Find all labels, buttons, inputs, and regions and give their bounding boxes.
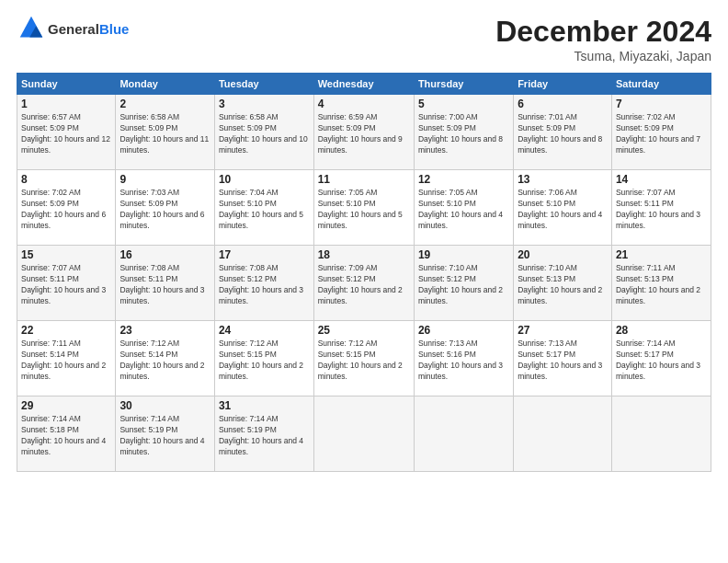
weekday-header-friday: Friday <box>514 74 612 95</box>
day-info: Sunrise: 6:58 AMSunset: 5:09 PMDaylight:… <box>119 112 210 156</box>
logo-icon <box>18 15 44 40</box>
calendar-cell <box>414 396 513 472</box>
calendar-cell: 30Sunrise: 7:14 AMSunset: 5:19 PMDayligh… <box>116 396 215 472</box>
day-number: 20 <box>518 248 608 261</box>
calendar-cell: 11Sunrise: 7:05 AMSunset: 5:10 PMDayligh… <box>313 170 414 246</box>
calendar-cell: 31Sunrise: 7:14 AMSunset: 5:19 PMDayligh… <box>214 396 313 472</box>
weekday-header-thursday: Thursday <box>414 74 513 95</box>
day-info: Sunrise: 7:07 AMSunset: 5:11 PMDaylight:… <box>616 188 707 232</box>
month-title: December 2024 <box>495 15 711 49</box>
calendar-cell: 16Sunrise: 7:08 AMSunset: 5:11 PMDayligh… <box>116 246 215 321</box>
weekday-header-tuesday: Tuesday <box>214 74 313 95</box>
day-info: Sunrise: 7:06 AMSunset: 5:10 PMDaylight:… <box>518 188 608 232</box>
day-info: Sunrise: 7:12 AMSunset: 5:14 PMDaylight:… <box>119 339 210 383</box>
day-info: Sunrise: 7:02 AMSunset: 5:09 PMDaylight:… <box>616 112 707 156</box>
day-info: Sunrise: 7:12 AMSunset: 5:15 PMDaylight:… <box>219 339 310 383</box>
title-block: December 2024 Tsuma, Miyazaki, Japan <box>495 15 711 63</box>
weekday-header-sunday: Sunday <box>17 74 116 95</box>
calendar-cell: 12Sunrise: 7:05 AMSunset: 5:10 PMDayligh… <box>414 170 513 246</box>
calendar-cell: 23Sunrise: 7:12 AMSunset: 5:14 PMDayligh… <box>116 321 215 396</box>
day-number: 9 <box>119 173 210 186</box>
calendar-cell: 25Sunrise: 7:12 AMSunset: 5:15 PMDayligh… <box>313 321 414 396</box>
calendar-cell: 26Sunrise: 7:13 AMSunset: 5:16 PMDayligh… <box>414 321 513 396</box>
calendar-cell: 18Sunrise: 7:09 AMSunset: 5:12 PMDayligh… <box>313 246 414 321</box>
day-info: Sunrise: 7:14 AMSunset: 5:18 PMDaylight:… <box>21 414 111 458</box>
day-info: Sunrise: 7:08 AMSunset: 5:11 PMDaylight:… <box>119 263 210 307</box>
calendar-table: SundayMondayTuesdayWednesdayThursdayFrid… <box>17 73 711 472</box>
calendar-cell: 2Sunrise: 6:58 AMSunset: 5:09 PMDaylight… <box>116 95 215 170</box>
day-number: 3 <box>219 98 310 110</box>
day-info: Sunrise: 7:13 AMSunset: 5:16 PMDaylight:… <box>418 339 509 383</box>
day-info: Sunrise: 7:11 AMSunset: 5:13 PMDaylight:… <box>616 263 707 307</box>
calendar-cell: 14Sunrise: 7:07 AMSunset: 5:11 PMDayligh… <box>611 170 711 246</box>
day-number: 22 <box>21 324 111 337</box>
day-info: Sunrise: 7:02 AMSunset: 5:09 PMDaylight:… <box>21 188 111 232</box>
day-info: Sunrise: 7:13 AMSunset: 5:17 PMDaylight:… <box>518 339 608 383</box>
day-info: Sunrise: 6:59 AMSunset: 5:09 PMDaylight:… <box>318 112 410 156</box>
calendar-cell: 27Sunrise: 7:13 AMSunset: 5:17 PMDayligh… <box>514 321 612 396</box>
day-number: 17 <box>219 248 310 261</box>
calendar-cell: 17Sunrise: 7:08 AMSunset: 5:12 PMDayligh… <box>214 246 313 321</box>
day-info: Sunrise: 7:04 AMSunset: 5:10 PMDaylight:… <box>219 188 310 232</box>
day-info: Sunrise: 7:10 AMSunset: 5:12 PMDaylight:… <box>418 263 509 307</box>
day-number: 25 <box>318 324 410 337</box>
logo-blue: Blue <box>99 21 130 37</box>
logo-general: General <box>48 21 99 37</box>
day-info: Sunrise: 7:14 AMSunset: 5:19 PMDaylight:… <box>219 414 310 458</box>
header: GeneralBlue December 2024 Tsuma, Miyazak… <box>17 15 711 63</box>
day-number: 19 <box>418 248 509 261</box>
calendar-cell: 22Sunrise: 7:11 AMSunset: 5:14 PMDayligh… <box>17 321 116 396</box>
calendar-cell: 1Sunrise: 6:57 AMSunset: 5:09 PMDaylight… <box>17 95 116 170</box>
day-number: 29 <box>21 399 111 412</box>
calendar-cell <box>611 396 711 472</box>
day-number: 18 <box>318 248 410 261</box>
location: Tsuma, Miyazaki, Japan <box>495 49 711 63</box>
calendar-cell: 15Sunrise: 7:07 AMSunset: 5:11 PMDayligh… <box>17 246 116 321</box>
day-number: 13 <box>518 173 608 186</box>
calendar-cell: 4Sunrise: 6:59 AMSunset: 5:09 PMDaylight… <box>313 95 414 170</box>
day-info: Sunrise: 7:12 AMSunset: 5:15 PMDaylight:… <box>318 339 410 383</box>
calendar-cell: 21Sunrise: 7:11 AMSunset: 5:13 PMDayligh… <box>611 246 711 321</box>
day-number: 1 <box>21 98 111 110</box>
calendar-cell: 6Sunrise: 7:01 AMSunset: 5:09 PMDaylight… <box>514 95 612 170</box>
calendar-cell <box>514 396 612 472</box>
day-info: Sunrise: 7:14 AMSunset: 5:17 PMDaylight:… <box>616 339 707 383</box>
day-info: Sunrise: 7:01 AMSunset: 5:09 PMDaylight:… <box>518 112 608 156</box>
day-number: 27 <box>518 324 608 337</box>
day-info: Sunrise: 7:09 AMSunset: 5:12 PMDaylight:… <box>318 263 410 307</box>
day-number: 24 <box>219 324 310 337</box>
day-number: 4 <box>318 98 410 110</box>
day-number: 12 <box>418 173 509 186</box>
calendar-cell: 8Sunrise: 7:02 AMSunset: 5:09 PMDaylight… <box>17 170 116 246</box>
day-info: Sunrise: 7:00 AMSunset: 5:09 PMDaylight:… <box>418 112 509 156</box>
calendar-cell: 5Sunrise: 7:00 AMSunset: 5:09 PMDaylight… <box>414 95 513 170</box>
day-info: Sunrise: 6:58 AMSunset: 5:09 PMDaylight:… <box>219 112 310 156</box>
day-number: 2 <box>119 98 210 110</box>
day-number: 26 <box>418 324 509 337</box>
weekday-header-wednesday: Wednesday <box>313 74 414 95</box>
calendar-cell: 20Sunrise: 7:10 AMSunset: 5:13 PMDayligh… <box>514 246 612 321</box>
day-number: 15 <box>21 248 111 261</box>
day-number: 23 <box>119 324 210 337</box>
weekday-header-monday: Monday <box>116 74 215 95</box>
calendar-cell: 29Sunrise: 7:14 AMSunset: 5:18 PMDayligh… <box>17 396 116 472</box>
day-number: 7 <box>616 98 707 110</box>
calendar-cell: 24Sunrise: 7:12 AMSunset: 5:15 PMDayligh… <box>214 321 313 396</box>
calendar-cell <box>313 396 414 472</box>
day-number: 8 <box>21 173 111 186</box>
calendar-cell: 7Sunrise: 7:02 AMSunset: 5:09 PMDaylight… <box>611 95 711 170</box>
calendar-cell: 13Sunrise: 7:06 AMSunset: 5:10 PMDayligh… <box>514 170 612 246</box>
day-number: 16 <box>119 248 210 261</box>
day-info: Sunrise: 7:08 AMSunset: 5:12 PMDaylight:… <box>219 263 310 307</box>
day-info: Sunrise: 7:11 AMSunset: 5:14 PMDaylight:… <box>21 339 111 383</box>
day-number: 31 <box>219 399 310 412</box>
calendar-cell: 10Sunrise: 7:04 AMSunset: 5:10 PMDayligh… <box>214 170 313 246</box>
calendar-cell: 9Sunrise: 7:03 AMSunset: 5:09 PMDaylight… <box>116 170 215 246</box>
day-info: Sunrise: 7:07 AMSunset: 5:11 PMDaylight:… <box>21 263 111 307</box>
day-info: Sunrise: 6:57 AMSunset: 5:09 PMDaylight:… <box>21 112 111 156</box>
page: GeneralBlue December 2024 Tsuma, Miyazak… <box>0 0 728 563</box>
calendar-cell: 28Sunrise: 7:14 AMSunset: 5:17 PMDayligh… <box>611 321 711 396</box>
calendar-cell: 3Sunrise: 6:58 AMSunset: 5:09 PMDaylight… <box>214 95 313 170</box>
day-number: 5 <box>418 98 509 110</box>
day-number: 28 <box>616 324 707 337</box>
